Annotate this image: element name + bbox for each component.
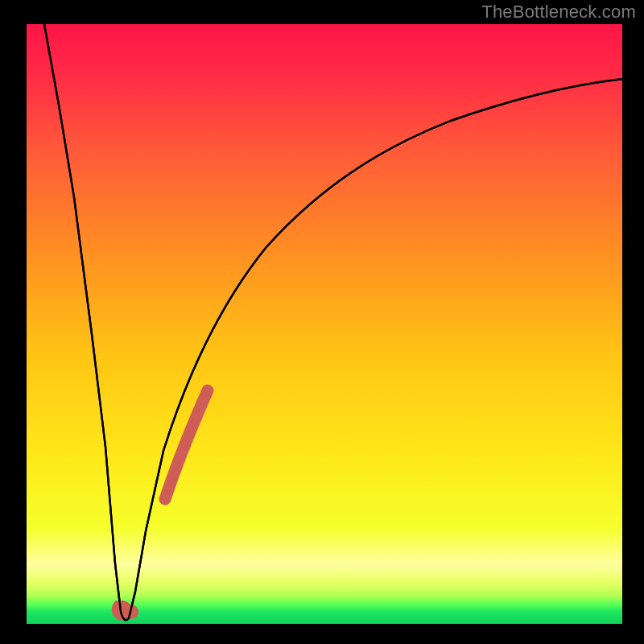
watermark-text: TheBottleneck.com — [481, 2, 636, 23]
chart-frame: TheBottleneck.com — [0, 0, 644, 644]
plot-background — [27, 24, 622, 624]
chart-svg — [0, 0, 644, 644]
